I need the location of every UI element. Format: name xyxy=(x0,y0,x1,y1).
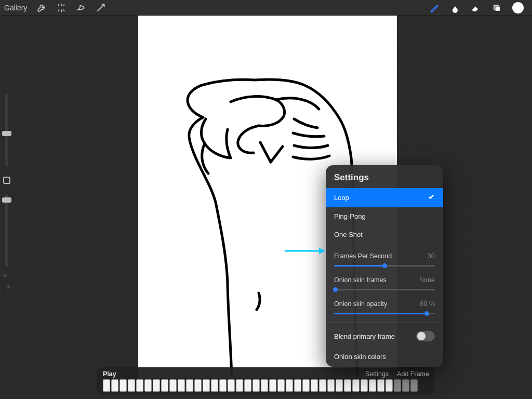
timeline-frame[interactable] xyxy=(327,379,335,392)
brush-size-slider[interactable] xyxy=(5,94,8,166)
mode-label: One Shot xyxy=(334,231,363,238)
modify-button[interactable] xyxy=(3,177,10,184)
timeline-frame[interactable] xyxy=(402,379,409,392)
frame-strip[interactable] xyxy=(103,379,429,392)
add-frame-button[interactable]: Add Frame xyxy=(397,370,429,378)
onion-opacity-slider[interactable] xyxy=(334,310,435,317)
timeline-frame[interactable] xyxy=(103,379,110,392)
timeline-frame[interactable] xyxy=(186,379,193,392)
timeline-frame[interactable] xyxy=(302,379,310,392)
timeline-frame[interactable] xyxy=(286,379,293,392)
timeline-frame[interactable] xyxy=(336,379,343,392)
svg-marker-3 xyxy=(319,248,325,254)
brush-opacity-slider[interactable] xyxy=(5,194,8,267)
annotation-arrow-icon xyxy=(285,247,325,255)
wrench-icon[interactable] xyxy=(36,3,47,13)
mode-label: Ping-Pong xyxy=(334,212,366,220)
mode-label: Loop xyxy=(334,194,349,202)
timeline-frame[interactable] xyxy=(369,379,376,392)
timeline-frame[interactable] xyxy=(194,379,202,392)
timeline-frame[interactable] xyxy=(178,379,185,392)
mode-oneshot[interactable]: One Shot xyxy=(326,225,443,244)
timeline-frame[interactable] xyxy=(319,379,326,392)
onion-frames-label: Onion skin frames xyxy=(334,276,387,284)
side-sliders xyxy=(0,94,14,267)
timeline-frame[interactable] xyxy=(377,379,384,392)
blend-label: Blend primary frame xyxy=(334,332,395,340)
fps-row: Frames Per Second 30 xyxy=(326,248,443,272)
timeline-frame[interactable] xyxy=(219,379,227,392)
timeline-frame[interactable] xyxy=(169,379,177,392)
timeline-frame[interactable] xyxy=(344,379,351,392)
timeline-frame[interactable] xyxy=(211,379,218,392)
onion-frames-row: Onion skin frames None xyxy=(326,272,443,296)
timeline-frame[interactable] xyxy=(136,379,143,392)
timeline-frame[interactable] xyxy=(311,379,318,392)
play-button[interactable]: Play xyxy=(103,370,116,378)
top-toolbar: Gallery xyxy=(0,0,532,16)
onion-opacity-row: Onion skin opacity 60 % xyxy=(326,296,443,320)
mode-loop[interactable]: Loop xyxy=(326,188,443,207)
onion-opacity-label: Onion skin opacity xyxy=(334,300,387,308)
brush-icon[interactable] xyxy=(429,3,440,13)
timeline-frame[interactable] xyxy=(244,379,251,392)
redo-icon[interactable] xyxy=(2,283,11,290)
undo-icon[interactable] xyxy=(2,271,11,278)
timeline-frame[interactable] xyxy=(410,379,418,392)
timeline-frame[interactable] xyxy=(277,379,285,392)
timeline-frame[interactable] xyxy=(119,379,127,392)
eraser-icon[interactable] xyxy=(471,3,481,13)
blend-primary-row: Blend primary frame xyxy=(326,325,443,348)
timeline-frame[interactable] xyxy=(361,379,368,392)
timeline-frame[interactable] xyxy=(203,379,210,392)
transform-icon[interactable] xyxy=(96,3,106,13)
check-icon xyxy=(428,193,435,202)
animation-settings-popover: Settings Loop Ping-Pong One Shot Frames … xyxy=(326,165,443,367)
timeline-frame[interactable] xyxy=(352,379,360,392)
timeline-frame[interactable] xyxy=(236,379,243,392)
mode-pingpong[interactable]: Ping-Pong xyxy=(326,207,443,225)
smudge-icon[interactable] xyxy=(450,3,460,13)
timeline-frame[interactable] xyxy=(111,379,118,392)
animation-timeline: Play Settings Add Frame xyxy=(97,367,435,394)
blend-toggle[interactable] xyxy=(416,331,435,341)
layers-icon[interactable] xyxy=(491,3,502,13)
adjustments-icon[interactable] xyxy=(56,3,66,13)
onion-opacity-value: 60 % xyxy=(420,300,435,308)
timeline-frame[interactable] xyxy=(228,379,235,392)
svg-rect-1 xyxy=(495,6,500,11)
timeline-settings-button[interactable]: Settings xyxy=(365,370,389,378)
onion-frames-value: None xyxy=(419,276,435,284)
timeline-frame[interactable] xyxy=(294,379,301,392)
fps-value: 30 xyxy=(428,252,435,260)
color-picker[interactable] xyxy=(512,2,524,14)
timeline-frame[interactable] xyxy=(394,379,401,392)
undo-redo xyxy=(2,271,11,290)
timeline-frame[interactable] xyxy=(161,379,168,392)
timeline-frame[interactable] xyxy=(269,379,276,392)
timeline-frame[interactable] xyxy=(385,379,393,392)
timeline-frame[interactable] xyxy=(252,379,260,392)
popover-title: Settings xyxy=(326,172,443,188)
timeline-frame[interactable] xyxy=(144,379,152,392)
onion-colors-row[interactable]: Onion skin colors xyxy=(326,348,443,366)
selection-icon[interactable] xyxy=(76,3,86,13)
onion-frames-slider[interactable] xyxy=(334,286,435,293)
timeline-frame[interactable] xyxy=(261,379,268,392)
gallery-button[interactable]: Gallery xyxy=(4,4,27,12)
fps-label: Frames Per Second xyxy=(334,252,392,260)
timeline-frame[interactable] xyxy=(153,379,160,392)
timeline-frame[interactable] xyxy=(128,379,135,392)
onion-colors-label: Onion skin colors xyxy=(334,353,386,361)
fps-slider[interactable] xyxy=(334,262,435,269)
